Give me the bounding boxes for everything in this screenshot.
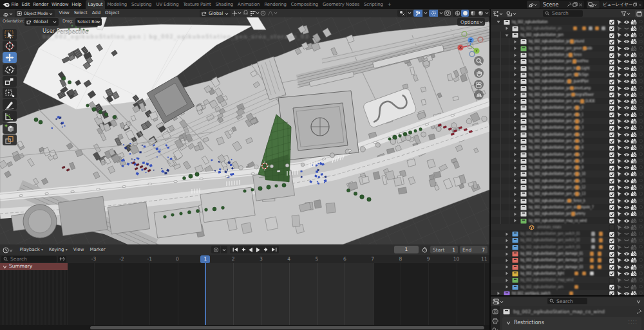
selectable-cursor-icon[interactable] — [616, 198, 623, 204]
expand-arrow-icon[interactable] — [513, 199, 518, 202]
outliner-display-mode-button[interactable] — [506, 11, 516, 17]
expand-arrow-icon[interactable] — [513, 186, 518, 189]
holdout-toggle[interactable] — [639, 278, 643, 282]
camera-render-icon[interactable] — [630, 225, 637, 230]
checkbox-icon[interactable] — [609, 198, 615, 204]
hide-eye-icon[interactable] — [623, 66, 630, 71]
outliner-row[interactable]: bg_002_ogikuboStation_gen_damage_02 — [491, 257, 644, 263]
checkbox-icon[interactable] — [609, 278, 615, 284]
chevron-down-icon[interactable] — [636, 300, 641, 304]
hide-eye-icon[interactable] — [623, 237, 630, 243]
selectable-cursor-icon[interactable] — [616, 231, 623, 237]
play-button[interactable] — [254, 246, 262, 253]
hide-eye-icon[interactable] — [623, 211, 630, 217]
camera-render-icon[interactable] — [630, 52, 637, 58]
camera-render-icon[interactable] — [630, 19, 637, 25]
outliner-search-box[interactable]: Search — [543, 10, 583, 17]
expand-arrow-icon[interactable] — [513, 205, 518, 208]
tab-compositing[interactable]: Compositing — [289, 0, 320, 9]
selectable-cursor-icon[interactable] — [616, 98, 623, 104]
outliner-row[interactable]: bg_002_ogikuboStation_gen_area_5 — [491, 138, 644, 144]
snap-settings-dropdown[interactable] — [250, 10, 260, 16]
menu-window[interactable]: Window — [50, 0, 70, 9]
selectable-cursor-icon[interactable] — [616, 125, 623, 131]
selectable-cursor-icon[interactable] — [616, 244, 623, 250]
timeline-menu-keying[interactable]: Keying ▾ — [46, 244, 70, 255]
holdout-toggle[interactable] — [639, 59, 643, 63]
selectable-cursor-icon[interactable] — [616, 291, 623, 295]
outliner-row[interactable]: bg_002_ogikuboStation_map_wind — [491, 277, 644, 283]
close-icon[interactable] — [578, 3, 583, 7]
selectable-cursor-icon[interactable] — [616, 185, 623, 190]
hide-eye-icon[interactable] — [623, 59, 630, 64]
show-overlays-toggle[interactable] — [413, 10, 422, 17]
camera-render-icon[interactable] — [630, 185, 637, 190]
selectable-cursor-icon[interactable] — [616, 158, 623, 164]
holdout-toggle[interactable] — [639, 199, 643, 203]
hide-eye-icon[interactable] — [623, 152, 630, 158]
tab-shading[interactable]: Shading — [213, 0, 235, 9]
holdout-toggle[interactable] — [639, 66, 643, 70]
options-dropdown[interactable]: Options — [457, 18, 485, 26]
camera-render-icon[interactable] — [630, 98, 637, 104]
shading-rendered-button[interactable] — [477, 10, 484, 17]
camera-render-icon[interactable] — [630, 271, 637, 277]
hide-eye-icon[interactable] — [623, 205, 630, 210]
tool-scale-button[interactable] — [3, 76, 17, 87]
tool-cursor-button[interactable] — [3, 41, 17, 51]
timeline-ruler[interactable]: -3-2-10234567891011 1 — [68, 255, 489, 263]
outliner-row[interactable]: bg_002_ogikuboStation_aim — [491, 284, 644, 290]
tab-output-properties[interactable] — [492, 318, 498, 324]
holdout-toggle[interactable] — [639, 271, 643, 275]
selectable-cursor-icon[interactable] — [616, 39, 623, 44]
frame-end-field[interactable]: End 7 — [460, 246, 488, 253]
menu-render[interactable]: Render — [32, 0, 50, 9]
selectable-cursor-icon[interactable] — [616, 251, 623, 257]
camera-render-icon[interactable] — [630, 118, 637, 124]
scene-name-field[interactable]: Scene — [540, 1, 584, 8]
outliner-row[interactable]: bg_002_ogikuboStation_gen_area_a_GUIDE — [491, 98, 644, 104]
checkbox-icon[interactable] — [609, 158, 615, 164]
holdout-toggle[interactable] — [639, 20, 643, 24]
tab-uv-editing[interactable]: UV Editing — [154, 0, 181, 9]
selectable-cursor-icon[interactable] — [616, 264, 623, 270]
expand-arrow-icon[interactable] — [513, 192, 518, 196]
checkbox-icon[interactable] — [609, 112, 615, 118]
selectable-cursor-icon[interactable] — [616, 105, 623, 111]
selectable-cursor-icon[interactable] — [616, 66, 623, 71]
checkbox-icon[interactable] — [609, 165, 615, 171]
holdout-toggle[interactable] — [639, 53, 643, 57]
checkbox-icon[interactable] — [609, 178, 615, 184]
properties-search-box[interactable]: Search — [547, 298, 587, 304]
camera-view-button[interactable] — [474, 80, 484, 89]
collapse-arrow-icon[interactable] — [505, 33, 510, 37]
selectable-cursor-icon[interactable] — [616, 78, 623, 84]
hide-eye-icon[interactable] — [623, 32, 630, 38]
viewport-menu-view[interactable]: View — [57, 9, 71, 17]
holdout-toggle[interactable] — [639, 26, 643, 30]
checkbox-icon[interactable] — [609, 119, 615, 125]
checkbox-icon[interactable] — [609, 145, 615, 151]
prev-keyframe-button[interactable] — [239, 246, 247, 253]
holdout-toggle[interactable] — [639, 86, 643, 90]
camera-render-icon[interactable] — [630, 152, 637, 158]
checkbox-icon[interactable] — [609, 172, 615, 178]
hide-eye-icon[interactable] — [623, 158, 630, 164]
holdout-toggle[interactable] — [639, 99, 643, 103]
hide-eye-icon[interactable] — [623, 98, 630, 104]
checkbox-icon[interactable] — [609, 258, 615, 264]
hide-eye-icon[interactable] — [623, 78, 630, 84]
hide-eye-icon[interactable] — [623, 178, 630, 184]
outliner-row[interactable]: bg_002_ogikuboStation_gen_area_6 — [491, 144, 644, 151]
selectable-cursor-icon[interactable] — [616, 138, 623, 144]
selectable-cursor-icon[interactable] — [616, 72, 623, 78]
tab-sculpting[interactable]: Sculpting — [129, 0, 154, 9]
outliner-row[interactable]: bg_002_ogikuboStation_gen_area_4 — [491, 131, 644, 138]
menu-file[interactable]: File — [10, 0, 20, 9]
proportional-editing-toggle[interactable] — [260, 10, 266, 16]
outliner-row[interactable]: bg_002_ogikuboStation_gen_fence_b — [491, 197, 644, 204]
checkbox-icon[interactable] — [609, 138, 615, 144]
hide-eye-icon[interactable] — [623, 198, 630, 204]
hide-eye-icon[interactable] — [623, 191, 630, 197]
expand-arrow-icon[interactable] — [513, 60, 518, 63]
